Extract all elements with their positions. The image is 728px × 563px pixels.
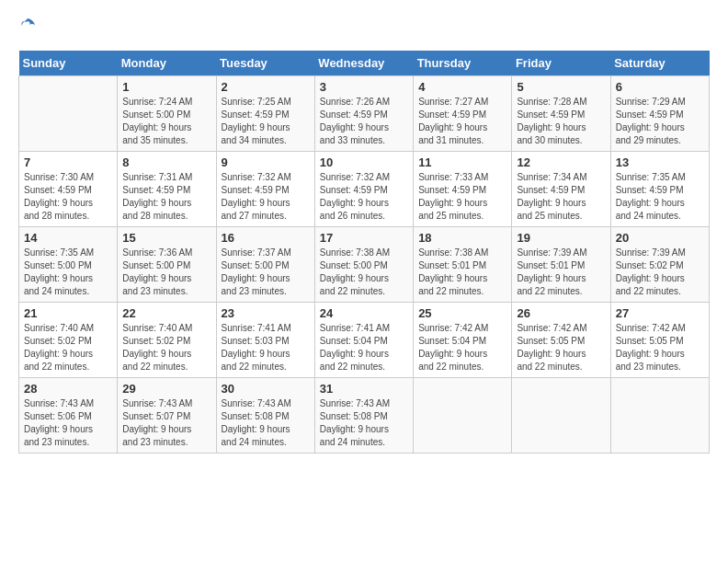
day-number: 29 — [122, 382, 210, 396]
calendar-cell: 26Sunrise: 7:42 AM Sunset: 5:05 PM Dayli… — [512, 303, 610, 378]
calendar-cell: 11Sunrise: 7:33 AM Sunset: 4:59 PM Dayli… — [414, 152, 512, 227]
calendar-week-row: 21Sunrise: 7:40 AM Sunset: 5:02 PM Dayli… — [19, 303, 710, 378]
day-number: 3 — [320, 80, 408, 94]
calendar-cell: 15Sunrise: 7:36 AM Sunset: 5:00 PM Dayli… — [118, 227, 216, 303]
day-info: Sunrise: 7:41 AM Sunset: 5:04 PM Dayligh… — [320, 322, 408, 373]
calendar-cell: 24Sunrise: 7:41 AM Sunset: 5:04 PM Dayli… — [314, 303, 413, 378]
calendar-cell: 8Sunrise: 7:31 AM Sunset: 4:59 PM Daylig… — [118, 152, 216, 227]
day-number: 15 — [122, 231, 210, 245]
day-info: Sunrise: 7:28 AM Sunset: 4:59 PM Dayligh… — [517, 96, 605, 147]
day-number: 6 — [616, 80, 704, 94]
day-number: 2 — [222, 80, 310, 94]
day-info: Sunrise: 7:37 AM Sunset: 5:00 PM Dayligh… — [222, 247, 310, 298]
day-of-week-header: Friday — [512, 51, 610, 76]
day-info: Sunrise: 7:26 AM Sunset: 4:59 PM Dayligh… — [320, 96, 408, 147]
calendar-week-row: 28Sunrise: 7:43 AM Sunset: 5:06 PM Dayli… — [19, 378, 710, 454]
calendar-header-row: SundayMondayTuesdayWednesdayThursdayFrid… — [19, 51, 710, 76]
day-info: Sunrise: 7:31 AM Sunset: 4:59 PM Dayligh… — [122, 171, 210, 223]
day-info: Sunrise: 7:40 AM Sunset: 5:02 PM Dayligh… — [24, 322, 112, 373]
day-number: 24 — [320, 306, 408, 320]
calendar-cell — [19, 76, 118, 152]
day-number: 1 — [122, 80, 210, 94]
calendar-cell: 31Sunrise: 7:43 AM Sunset: 5:08 PM Dayli… — [314, 378, 413, 454]
day-info: Sunrise: 7:43 AM Sunset: 5:07 PM Dayligh… — [122, 397, 210, 449]
page-header — [18, 18, 710, 41]
day-info: Sunrise: 7:35 AM Sunset: 5:00 PM Dayligh… — [24, 247, 112, 298]
day-of-week-header: Sunday — [19, 51, 118, 76]
day-number: 25 — [418, 306, 506, 320]
calendar-cell — [610, 378, 709, 454]
calendar-cell: 17Sunrise: 7:38 AM Sunset: 5:00 PM Dayli… — [314, 227, 413, 303]
calendar-cell: 27Sunrise: 7:42 AM Sunset: 5:05 PM Dayli… — [610, 303, 709, 378]
day-info: Sunrise: 7:41 AM Sunset: 5:03 PM Dayligh… — [222, 322, 310, 373]
calendar-cell: 25Sunrise: 7:42 AM Sunset: 5:04 PM Dayli… — [414, 303, 512, 378]
calendar-cell: 16Sunrise: 7:37 AM Sunset: 5:00 PM Dayli… — [216, 227, 314, 303]
day-info: Sunrise: 7:40 AM Sunset: 5:02 PM Dayligh… — [122, 322, 210, 373]
calendar-cell: 19Sunrise: 7:39 AM Sunset: 5:01 PM Dayli… — [512, 227, 610, 303]
day-info: Sunrise: 7:39 AM Sunset: 5:02 PM Dayligh… — [616, 247, 704, 298]
day-info: Sunrise: 7:43 AM Sunset: 5:06 PM Dayligh… — [24, 397, 112, 449]
calendar-cell: 30Sunrise: 7:43 AM Sunset: 5:08 PM Dayli… — [216, 378, 314, 454]
day-info: Sunrise: 7:24 AM Sunset: 5:00 PM Dayligh… — [122, 96, 210, 147]
day-info: Sunrise: 7:33 AM Sunset: 4:59 PM Dayligh… — [418, 171, 506, 223]
day-info: Sunrise: 7:38 AM Sunset: 5:01 PM Dayligh… — [418, 247, 506, 298]
day-of-week-header: Wednesday — [314, 51, 413, 76]
day-number: 14 — [24, 231, 112, 245]
day-number: 8 — [122, 155, 210, 169]
calendar-cell: 10Sunrise: 7:32 AM Sunset: 4:59 PM Dayli… — [314, 152, 413, 227]
day-number: 22 — [122, 306, 210, 320]
logo — [18, 18, 37, 41]
day-number: 26 — [517, 306, 605, 320]
day-info: Sunrise: 7:42 AM Sunset: 5:04 PM Dayligh… — [418, 322, 506, 373]
calendar-cell: 1Sunrise: 7:24 AM Sunset: 5:00 PM Daylig… — [118, 76, 216, 152]
calendar-cell: 9Sunrise: 7:32 AM Sunset: 4:59 PM Daylig… — [216, 152, 314, 227]
calendar-cell — [414, 378, 512, 454]
calendar-week-row: 1Sunrise: 7:24 AM Sunset: 5:00 PM Daylig… — [19, 76, 710, 152]
day-number: 23 — [222, 306, 310, 320]
day-info: Sunrise: 7:43 AM Sunset: 5:08 PM Dayligh… — [320, 397, 408, 449]
day-number: 7 — [24, 155, 112, 169]
calendar-cell: 12Sunrise: 7:34 AM Sunset: 4:59 PM Dayli… — [512, 152, 610, 227]
day-number: 5 — [517, 80, 605, 94]
day-of-week-header: Monday — [118, 51, 216, 76]
calendar-cell: 13Sunrise: 7:35 AM Sunset: 4:59 PM Dayli… — [610, 152, 709, 227]
calendar-cell: 18Sunrise: 7:38 AM Sunset: 5:01 PM Dayli… — [414, 227, 512, 303]
day-number: 27 — [616, 306, 704, 320]
day-number: 9 — [222, 155, 310, 169]
logo-bird-icon — [18, 17, 37, 35]
day-number: 11 — [418, 155, 506, 169]
day-number: 12 — [517, 155, 605, 169]
day-number: 10 — [320, 155, 408, 169]
day-number: 18 — [418, 231, 506, 245]
day-number: 28 — [24, 382, 112, 396]
day-info: Sunrise: 7:32 AM Sunset: 4:59 PM Dayligh… — [222, 171, 310, 223]
day-info: Sunrise: 7:42 AM Sunset: 5:05 PM Dayligh… — [616, 322, 704, 373]
day-number: 4 — [418, 80, 506, 94]
calendar-table: SundayMondayTuesdayWednesdayThursdayFrid… — [18, 51, 710, 454]
day-info: Sunrise: 7:43 AM Sunset: 5:08 PM Dayligh… — [222, 397, 310, 449]
calendar-week-row: 7Sunrise: 7:30 AM Sunset: 4:59 PM Daylig… — [19, 152, 710, 227]
calendar-cell: 5Sunrise: 7:28 AM Sunset: 4:59 PM Daylig… — [512, 76, 610, 152]
day-number: 19 — [517, 231, 605, 245]
calendar-cell: 29Sunrise: 7:43 AM Sunset: 5:07 PM Dayli… — [118, 378, 216, 454]
calendar-cell: 2Sunrise: 7:25 AM Sunset: 4:59 PM Daylig… — [216, 76, 314, 152]
day-number: 31 — [320, 382, 408, 396]
calendar-cell: 20Sunrise: 7:39 AM Sunset: 5:02 PM Dayli… — [610, 227, 709, 303]
day-number: 13 — [616, 155, 704, 169]
calendar-cell: 7Sunrise: 7:30 AM Sunset: 4:59 PM Daylig… — [19, 152, 118, 227]
calendar-cell: 3Sunrise: 7:26 AM Sunset: 4:59 PM Daylig… — [314, 76, 413, 152]
day-info: Sunrise: 7:36 AM Sunset: 5:00 PM Dayligh… — [122, 247, 210, 298]
calendar-week-row: 14Sunrise: 7:35 AM Sunset: 5:00 PM Dayli… — [19, 227, 710, 303]
calendar-cell: 6Sunrise: 7:29 AM Sunset: 4:59 PM Daylig… — [610, 76, 709, 152]
day-number: 16 — [222, 231, 310, 245]
day-info: Sunrise: 7:42 AM Sunset: 5:05 PM Dayligh… — [517, 322, 605, 373]
day-of-week-header: Saturday — [610, 51, 709, 76]
calendar-cell: 22Sunrise: 7:40 AM Sunset: 5:02 PM Dayli… — [118, 303, 216, 378]
calendar-cell — [512, 378, 610, 454]
day-info: Sunrise: 7:34 AM Sunset: 4:59 PM Dayligh… — [517, 171, 605, 223]
day-info: Sunrise: 7:25 AM Sunset: 4:59 PM Dayligh… — [222, 96, 310, 147]
calendar-body: 1Sunrise: 7:24 AM Sunset: 5:00 PM Daylig… — [19, 76, 710, 454]
calendar-cell: 14Sunrise: 7:35 AM Sunset: 5:00 PM Dayli… — [19, 227, 118, 303]
calendar-cell: 28Sunrise: 7:43 AM Sunset: 5:06 PM Dayli… — [19, 378, 118, 454]
day-of-week-header: Tuesday — [216, 51, 314, 76]
